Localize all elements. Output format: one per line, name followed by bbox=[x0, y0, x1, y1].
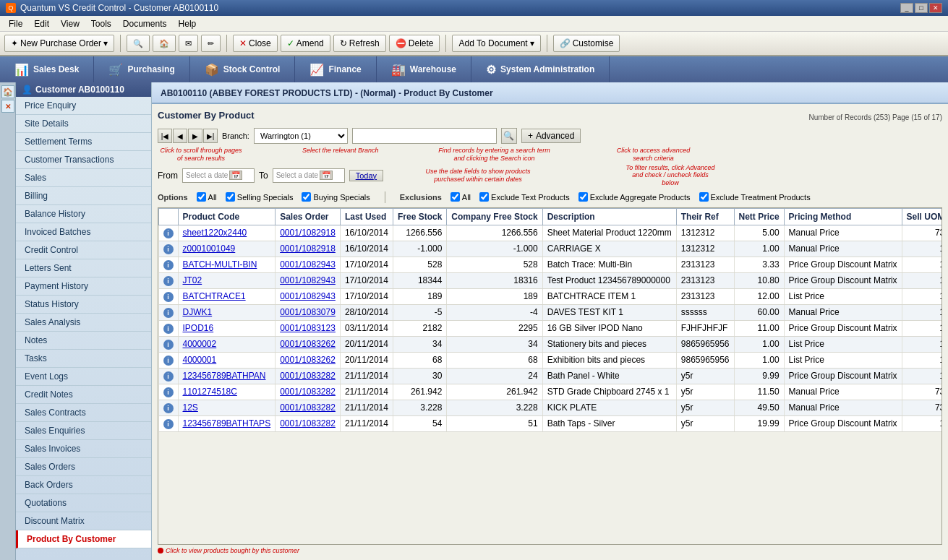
exclusion-all[interactable]: All bbox=[450, 192, 471, 202]
sidebar-item-discount-matrix[interactable]: Discount Matrix bbox=[16, 512, 151, 530]
table-row[interactable]: i 123456789BATHTAPS 0001/1083282 21/11/2… bbox=[159, 415, 943, 431]
nav-stock-control[interactable]: 📦 Stock Control bbox=[190, 56, 296, 82]
col-last-used[interactable]: Last Used bbox=[340, 208, 393, 225]
new-purchase-order-button[interactable]: ✦ New Purchase Order ▾ bbox=[4, 35, 114, 52]
menu-help[interactable]: Help bbox=[173, 17, 202, 30]
sidebar-item-tasks[interactable]: Tasks bbox=[16, 350, 151, 368]
date-from-input[interactable]: Select a date 📅 bbox=[182, 168, 255, 183]
selling-specials-checkbox[interactable] bbox=[226, 192, 235, 202]
add-to-document-button[interactable]: Add To Document ▾ bbox=[452, 35, 540, 52]
row-sales-order[interactable]: 0001/1083079 bbox=[276, 304, 341, 320]
sidebar-item-notes[interactable]: Notes bbox=[16, 332, 151, 350]
sidebar-item-payment-history[interactable]: Payment History bbox=[16, 277, 151, 296]
col-description[interactable]: Description bbox=[542, 208, 676, 225]
info-icon[interactable]: i bbox=[163, 276, 174, 286]
exclusion-all-checkbox[interactable] bbox=[450, 192, 460, 202]
sidebar-item-customer-transactions[interactable]: Customer Transactions bbox=[16, 151, 151, 169]
sidebar-item-product-by-customer[interactable]: Product By Customer bbox=[16, 530, 151, 548]
info-icon[interactable]: i bbox=[163, 324, 174, 334]
aggregate-products-checkbox[interactable] bbox=[578, 192, 588, 202]
today-button[interactable]: Today bbox=[349, 170, 383, 181]
sidebar-item-sales-analysis[interactable]: Sales Analysis bbox=[16, 314, 151, 332]
table-row[interactable]: i 1101274518C 0001/1083282 21/11/2014 26… bbox=[159, 384, 943, 400]
row-sales-order[interactable]: 0001/1083282 bbox=[276, 415, 341, 431]
row-sales-order[interactable]: 0001/1083262 bbox=[276, 336, 341, 352]
option-all-checkbox[interactable] bbox=[197, 192, 206, 202]
menu-edit[interactable]: Edit bbox=[28, 17, 55, 30]
sidebar-item-settlement-terms[interactable]: Settlement Terms bbox=[16, 133, 151, 151]
search-icon-button[interactable]: 🔍 bbox=[127, 35, 150, 52]
nav-purchasing[interactable]: 🛒 Purchasing bbox=[94, 56, 189, 82]
nav-next-button[interactable]: ▶ bbox=[188, 129, 202, 143]
table-row[interactable]: i sheet1220x2440 0001/1082918 16/10/2014… bbox=[159, 225, 943, 241]
row-sales-order[interactable]: 0001/1082918 bbox=[276, 241, 341, 257]
info-icon[interactable]: i bbox=[163, 308, 174, 318]
sidebar-item-price-enquiry[interactable]: Price Enquiry bbox=[16, 97, 151, 115]
search-button[interactable]: 🔍 bbox=[501, 128, 517, 144]
menu-file[interactable]: File bbox=[3, 17, 28, 30]
nav-warehouse[interactable]: 🏭 Warehouse bbox=[377, 56, 471, 82]
info-icon[interactable]: i bbox=[163, 403, 174, 413]
info-icon[interactable]: i bbox=[163, 419, 174, 429]
row-info-icon[interactable]: i bbox=[159, 336, 179, 352]
email-button[interactable]: ✉ bbox=[179, 35, 198, 52]
row-info-icon[interactable]: i bbox=[159, 225, 179, 241]
row-info-icon[interactable]: i bbox=[159, 400, 179, 415]
sidebar-item-billing[interactable]: Billing bbox=[16, 187, 151, 205]
table-row[interactable]: i z0001001049 0001/1082918 16/10/2014 -1… bbox=[159, 241, 943, 257]
minimize-button[interactable]: _ bbox=[900, 3, 913, 13]
col-sales-order[interactable]: Sales Order bbox=[276, 208, 341, 225]
row-sales-order[interactable]: 0001/1082943 bbox=[276, 257, 341, 272]
menu-documents[interactable]: Documents bbox=[117, 17, 173, 30]
row-sales-order[interactable]: 0001/1083282 bbox=[276, 368, 341, 384]
row-sales-order[interactable]: 0001/1083282 bbox=[276, 384, 341, 400]
close-button[interactable]: ✕ bbox=[929, 3, 942, 13]
close-button-toolbar[interactable]: ✕ Close bbox=[233, 35, 278, 52]
col-company-free-stock[interactable]: Company Free Stock bbox=[447, 208, 542, 225]
text-products-checkbox[interactable] bbox=[479, 192, 489, 202]
option-selling-specials[interactable]: Selling Specials bbox=[226, 192, 294, 202]
buying-specials-checkbox[interactable] bbox=[302, 192, 311, 202]
search-input[interactable] bbox=[352, 128, 497, 144]
option-all[interactable]: All bbox=[197, 192, 217, 202]
table-row[interactable]: i JT02 0001/1082943 17/10/2014 18344 183… bbox=[159, 272, 943, 288]
sidebar-item-letters-sent[interactable]: Letters Sent bbox=[16, 259, 151, 277]
col-their-ref[interactable]: Their Ref bbox=[676, 208, 734, 225]
info-icon[interactable]: i bbox=[163, 387, 174, 397]
table-row[interactable]: i DJWK1 0001/1083079 28/10/2014 -5 -4 DA… bbox=[159, 304, 943, 320]
sidebar-item-sales-orders[interactable]: Sales Orders bbox=[16, 458, 151, 476]
row-sales-order[interactable]: 0001/1083262 bbox=[276, 352, 341, 368]
sidebar-item-quotations[interactable]: Quotations bbox=[16, 494, 151, 512]
table-row[interactable]: i BATCH-MULTI-BIN 0001/1082943 17/10/201… bbox=[159, 257, 943, 272]
treatment-products-checkbox[interactable] bbox=[699, 192, 709, 202]
sidebar-item-sales[interactable]: Sales bbox=[16, 169, 151, 187]
row-info-icon[interactable]: i bbox=[159, 320, 179, 336]
row-sales-order[interactable]: 0001/1082943 bbox=[276, 288, 341, 304]
nav-system-admin[interactable]: ⚙ System Administration bbox=[471, 56, 610, 82]
row-info-icon[interactable]: i bbox=[159, 304, 179, 320]
exclusion-aggregate-products[interactable]: Exclude Aggregate Products bbox=[578, 192, 691, 202]
table-row[interactable]: i 4000001 0001/1083262 20/11/2014 68 68 … bbox=[159, 352, 943, 368]
table-row[interactable]: i IPOD16 0001/1083123 03/11/2014 2182 22… bbox=[159, 320, 943, 336]
info-icon[interactable]: i bbox=[163, 244, 174, 254]
col-free-stock[interactable]: Free Stock bbox=[393, 208, 446, 225]
sidebar-item-back-orders[interactable]: Back Orders bbox=[16, 476, 151, 494]
sidebar-item-credit-control[interactable]: Credit Control bbox=[16, 241, 151, 259]
delete-button[interactable]: ⛔ Delete bbox=[389, 35, 440, 52]
exclusion-text-products[interactable]: Exclude Text Products bbox=[479, 192, 570, 202]
date-to-input[interactable]: Select a date 📅 bbox=[273, 168, 345, 183]
sidebar-item-balance-history[interactable]: Balance History bbox=[16, 205, 151, 223]
branch-select[interactable]: Warrington (1) bbox=[254, 128, 348, 144]
nav-first-button[interactable]: |◀ bbox=[158, 129, 172, 143]
row-info-icon[interactable]: i bbox=[159, 384, 179, 400]
sidebar-item-credit-notes[interactable]: Credit Notes bbox=[16, 386, 151, 404]
row-sales-order[interactable]: 0001/1082918 bbox=[276, 225, 341, 241]
info-icon[interactable]: i bbox=[163, 371, 174, 382]
row-sales-order[interactable]: 0001/1083123 bbox=[276, 320, 341, 336]
row-sales-order[interactable]: 0001/1082943 bbox=[276, 272, 341, 288]
sidebar-item-sales-invoices[interactable]: Sales Invoices bbox=[16, 440, 151, 458]
amend-button[interactable]: ✓ Amend bbox=[281, 35, 330, 52]
home-button[interactable]: 🏠 bbox=[153, 35, 176, 52]
nav-last-button[interactable]: ▶| bbox=[203, 129, 218, 143]
table-row[interactable]: i 123456789BATHPAN 0001/1083282 21/11/20… bbox=[159, 368, 943, 384]
